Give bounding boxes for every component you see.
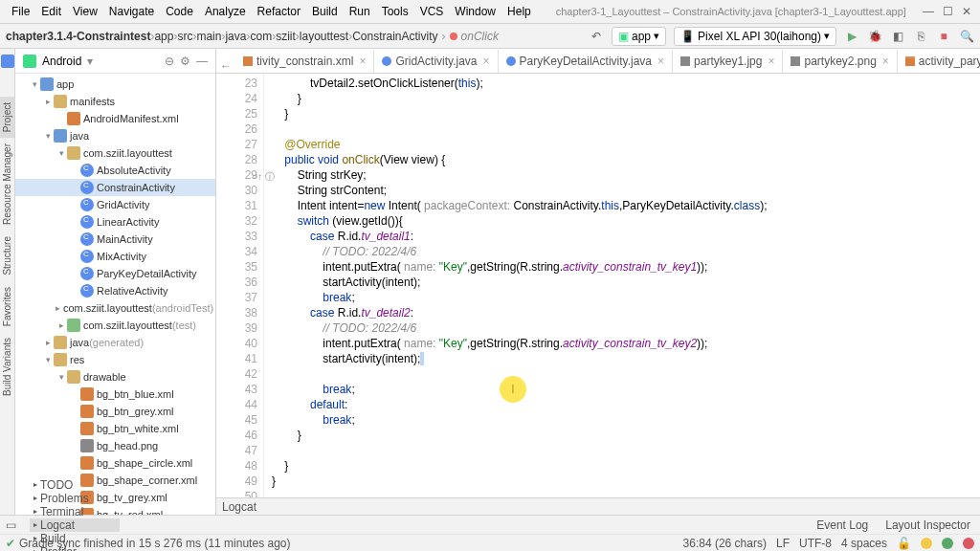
editor-gutter: 23242526272829○↑ ⓘ3031323334353637383940… bbox=[216, 74, 264, 497]
close-tab-icon[interactable]: × bbox=[882, 55, 889, 68]
run-config-selector[interactable]: ▣app ▾ bbox=[612, 27, 666, 46]
tree-item[interactable]: MainActivity bbox=[15, 231, 215, 248]
crumb-segment[interactable]: main bbox=[196, 30, 221, 43]
close-tab-icon[interactable]: × bbox=[483, 55, 490, 68]
menu-view[interactable]: View bbox=[67, 5, 103, 18]
tree-item[interactable]: ▾java bbox=[15, 127, 215, 144]
crumb-segment[interactable]: layouttest bbox=[300, 30, 348, 43]
bottom-toolbar: ▭ ▸TODO▸Problems▸Terminal▸Logcat▸Build▸P… bbox=[0, 515, 980, 534]
tree-item[interactable]: ▾app bbox=[15, 76, 215, 93]
editor-tab[interactable]: partykey1.jpg× bbox=[673, 50, 783, 73]
tree-item[interactable]: bg_shape_circle.xml bbox=[15, 454, 215, 472]
editor-tab[interactable]: activity_pary_key_detail.xml× bbox=[898, 50, 980, 73]
close-tab-icon[interactable]: × bbox=[657, 55, 664, 68]
menu-analyze[interactable]: Analyze bbox=[199, 5, 252, 18]
code-area[interactable]: I tvDetail2.setOnClickListener(this); } … bbox=[264, 74, 980, 497]
left-tab-favorites[interactable]: Favorites bbox=[0, 281, 14, 332]
crumb-segment[interactable]: sziit bbox=[276, 30, 296, 43]
editor-tab[interactable]: tivity_constrain.xml× bbox=[235, 50, 374, 73]
line-separator[interactable]: LF bbox=[776, 537, 790, 550]
stop-icon[interactable]: ■ bbox=[936, 29, 951, 44]
editor-tab[interactable]: ParyKeyDetailActivity.java× bbox=[499, 50, 674, 73]
tree-item[interactable]: ▸manifests bbox=[15, 93, 215, 110]
attach-icon[interactable]: ⎘ bbox=[913, 29, 928, 44]
menu-file[interactable]: File bbox=[6, 5, 35, 18]
code-editor[interactable]: ⚠ 4 ^ ⌄ 23242526272829○↑ ⓘ30313233343536… bbox=[216, 74, 980, 497]
project-tree[interactable]: ▾app▸manifestsAndroidManifest.xml▾java▾c… bbox=[15, 74, 215, 515]
project-tool-icon[interactable] bbox=[1, 55, 14, 68]
tree-item[interactable]: MixActivity bbox=[15, 248, 215, 265]
menu-navigate[interactable]: Navigate bbox=[103, 5, 160, 18]
menu-code[interactable]: Code bbox=[160, 5, 199, 18]
settings-icon[interactable]: ⚙ bbox=[180, 55, 190, 68]
face-red-icon bbox=[963, 538, 974, 549]
bottom-tool-layout-inspector[interactable]: Layout Inspector bbox=[881, 518, 974, 532]
tree-item[interactable]: ▸com.sziit.layouttest (test) bbox=[15, 317, 215, 334]
editor-tabs: ← tivity_constrain.xml×GridActivity.java… bbox=[216, 49, 980, 74]
tree-item[interactable]: ▸com.sziit.layouttest (androidTest) bbox=[15, 299, 215, 317]
menu-build[interactable]: Build bbox=[306, 5, 344, 18]
crumb-segment[interactable]: app bbox=[154, 30, 173, 43]
bottom-tool-terminal[interactable]: ▸Terminal bbox=[30, 505, 120, 518]
tree-item[interactable]: RelativeActivity bbox=[15, 282, 215, 299]
device-selector[interactable]: 📱Pixel XL API 30(laihong) ▾ bbox=[674, 27, 836, 46]
crumb-segment[interactable]: src bbox=[177, 30, 192, 43]
file-encoding[interactable]: UTF-8 bbox=[799, 537, 832, 550]
left-tab-project[interactable]: Project bbox=[0, 97, 14, 138]
logcat-strip[interactable]: Logcat bbox=[216, 497, 980, 515]
tree-item[interactable]: bg_head.png bbox=[15, 437, 215, 454]
run-icon[interactable]: ▶ bbox=[844, 29, 859, 44]
crumb-segment[interactable]: ConstrainActivity bbox=[352, 30, 437, 43]
crumb-segment[interactable]: chapter3.1.4-Constraintest bbox=[6, 30, 150, 43]
tree-item[interactable]: LinearActivity bbox=[15, 213, 215, 231]
tree-item[interactable]: ▾res bbox=[15, 351, 215, 368]
left-tab-build-variants[interactable]: Build Variants bbox=[0, 332, 14, 402]
close-icon[interactable]: ✕ bbox=[959, 4, 974, 19]
menu-run[interactable]: Run bbox=[344, 5, 376, 18]
tree-item[interactable]: AndroidManifest.xml bbox=[15, 110, 215, 127]
maximize-icon[interactable]: ☐ bbox=[940, 4, 955, 19]
tree-item[interactable]: ▾com.sziit.layouttest bbox=[15, 144, 215, 162]
tree-item[interactable]: ▾drawable bbox=[15, 368, 215, 386]
sync-icon[interactable]: ↶ bbox=[589, 29, 604, 44]
bottom-tool-problems[interactable]: ▸Problems bbox=[30, 492, 120, 505]
bottom-tool-logcat[interactable]: ▸Logcat bbox=[30, 518, 120, 532]
left-tab-resource-manager[interactable]: Resource Manager bbox=[0, 138, 14, 231]
tree-item[interactable]: bg_btn_white.xml bbox=[15, 420, 215, 437]
menu-tools[interactable]: Tools bbox=[376, 5, 414, 18]
profile-icon[interactable]: ◧ bbox=[890, 29, 905, 44]
close-tab-icon[interactable]: × bbox=[768, 55, 774, 68]
tree-item[interactable]: GridActivity bbox=[15, 196, 215, 213]
menu-window[interactable]: Window bbox=[449, 5, 501, 18]
bottom-tool-event-log[interactable]: Event Log bbox=[813, 518, 872, 532]
crumb-segment[interactable]: com bbox=[250, 30, 272, 43]
search-icon[interactable]: 🔍 bbox=[959, 29, 974, 44]
tree-item[interactable]: ConstrainActivity bbox=[15, 179, 215, 196]
minimize-icon[interactable]: — bbox=[921, 4, 936, 19]
menu-help[interactable]: Help bbox=[501, 5, 537, 18]
tree-item[interactable]: bg_btn_blue.xml bbox=[15, 386, 215, 403]
tree-item[interactable]: ParyKeyDetailActivity bbox=[15, 265, 215, 282]
panel-title[interactable]: Android bbox=[42, 55, 81, 68]
crumb-segment[interactable]: java bbox=[225, 30, 246, 43]
close-tab-icon[interactable]: × bbox=[359, 55, 366, 68]
tree-item[interactable]: bg_btn_grey.xml bbox=[15, 403, 215, 420]
readonly-icon[interactable]: 🔓 bbox=[897, 537, 911, 550]
editor-tab[interactable]: GridActivity.java× bbox=[374, 50, 498, 73]
hide-icon[interactable]: — bbox=[196, 55, 208, 68]
tab-overflow-left-icon[interactable]: ← bbox=[216, 59, 235, 73]
window-title: chapter3-1_Layouttest – ConstrainActivit… bbox=[556, 6, 906, 17]
tree-item[interactable]: ▸java (generated) bbox=[15, 334, 215, 351]
indent-info[interactable]: 4 spaces bbox=[841, 537, 887, 550]
caret-position: 36:84 (26 chars) bbox=[683, 537, 767, 550]
editor-tab[interactable]: partykey2.png× bbox=[783, 50, 897, 73]
toggle-icon[interactable]: ▭ bbox=[6, 518, 16, 532]
debug-icon[interactable]: 🐞 bbox=[867, 29, 882, 44]
menu-edit[interactable]: Edit bbox=[35, 5, 67, 18]
menu-refactor[interactable]: Refactor bbox=[252, 5, 306, 18]
menu-vcs[interactable]: VCS bbox=[414, 5, 450, 18]
tree-item[interactable]: AbsoluteActivity bbox=[15, 162, 215, 179]
collapse-icon[interactable]: ⊖ bbox=[165, 55, 174, 68]
bottom-tool-todo[interactable]: ▸TODO bbox=[30, 478, 120, 492]
left-tab-structure[interactable]: Structure bbox=[0, 231, 14, 281]
